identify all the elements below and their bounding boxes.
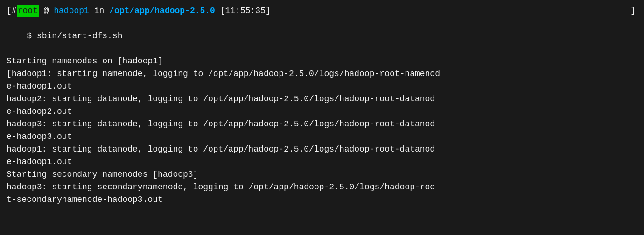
dollar-sign: $ (27, 31, 37, 41)
output-line-2: [hadoop1: starting namenode, logging to … (7, 68, 637, 80)
output-line-3: e-hadoop1.out (7, 80, 637, 93)
output-line-10: Starting secondary namenodes [hadoop3] (7, 168, 637, 181)
terminal-window: [# root @ hadoop1 in /opt/app/hadoop-2.5… (0, 0, 644, 235)
output-line-12: t-secondarynamenode-hadoop3.out (7, 194, 637, 206)
output-line-4: hadoop2: starting datanode, logging to /… (7, 93, 637, 105)
output-line-7: e-hadoop3.out (7, 131, 637, 143)
prompt-line: [# root @ hadoop1 in /opt/app/hadoop-2.5… (7, 5, 637, 17)
output-line-9: e-hadoop1.out (7, 156, 637, 168)
output-line-11: hadoop3: starting secondarynamenode, log… (7, 181, 637, 194)
space (215, 5, 220, 17)
time: [11:55:35] (220, 5, 271, 17)
command-text: sbin/start-dfs.sh (37, 31, 123, 41)
command-line: $ sbin/start-dfs.sh (7, 17, 637, 55)
output-line-6: hadoop3: starting datanode, logging to /… (7, 118, 637, 131)
right-bracket: ] (271, 5, 637, 17)
username: root (17, 5, 39, 17)
bracket-open: [# (7, 5, 17, 17)
output-line-8: hadoop1: starting datanode, logging to /… (7, 143, 637, 156)
at-symbol: @ (39, 5, 54, 17)
hostname: hadoop1 (54, 5, 89, 17)
path: /opt/app/hadoop-2.5.0 (109, 5, 215, 17)
output-line-1: Starting namenodes on [hadoop1] (7, 55, 637, 68)
in-word: in (89, 5, 109, 17)
output-line-5: e-hadoop2.out (7, 105, 637, 118)
